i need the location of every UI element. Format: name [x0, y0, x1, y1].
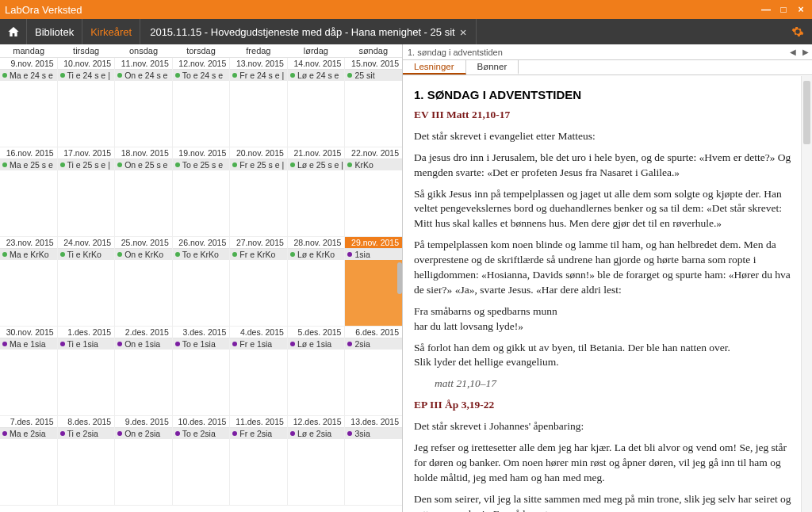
- calendar-event[interactable]: On e 25 s e: [115, 159, 172, 170]
- event-label: Lø e 25 s e |: [297, 160, 343, 170]
- day-cell[interactable]: 4.des. 2015Fr e 1sia: [230, 327, 288, 416]
- calendar-event[interactable]: Ma e 2sia: [0, 428, 57, 439]
- day-cell[interactable]: 3.des. 2015To e 1sia: [173, 327, 231, 416]
- day-cell[interactable]: 5.des. 2015Lø e 1sia: [288, 327, 346, 416]
- day-cell[interactable]: 27.nov. 2015Fr e KrKo: [230, 237, 288, 327]
- calendar-event[interactable]: 3sia: [345, 428, 402, 439]
- next-button[interactable]: ▶: [799, 48, 812, 56]
- day-cell[interactable]: 13.des. 20153sia: [345, 416, 402, 506]
- maximize-button[interactable]: □: [777, 4, 790, 15]
- day-cell[interactable]: 22.nov. 2015KrKo: [345, 147, 402, 237]
- day-cell[interactable]: 28.nov. 2015Lø e KrKo: [288, 237, 346, 327]
- calendar-event[interactable]: To e 2sia: [173, 428, 230, 439]
- calendar-event[interactable]: Lø e 25 s e |: [288, 159, 345, 170]
- day-cell[interactable]: 14.nov. 2015Lø e 24 s e: [288, 58, 346, 147]
- tab-lesninger[interactable]: Lesninger: [403, 60, 466, 75]
- event-label: On e 24 s e: [124, 71, 167, 80]
- day-cell[interactable]: 12.des. 2015Lø e 2sia: [288, 416, 346, 506]
- calendar-event[interactable]: Ti e 1sia: [58, 338, 115, 350]
- day-cell[interactable]: 1.des. 2015Ti e 1sia: [58, 327, 116, 416]
- line: Så forlot han dem og gikk ut av byen, ti…: [414, 342, 730, 353]
- event-dot-icon: [2, 342, 7, 346]
- tab-bibliotek[interactable]: Bibliotek: [27, 19, 82, 44]
- day-cell[interactable]: 21.nov. 2015Lø e 25 s e |: [288, 147, 346, 237]
- calendar-event[interactable]: On e 2sia: [115, 428, 172, 439]
- day-cell[interactable]: 6.des. 20152sia: [345, 327, 402, 416]
- calendar-event[interactable]: Fr e 2sia: [230, 428, 287, 439]
- calendar-event[interactable]: 25 sit: [345, 70, 402, 81]
- day-cell[interactable]: 8.des. 2015Ti e 2sia: [58, 416, 116, 506]
- calendar-event[interactable]: On e KrKo: [115, 249, 172, 260]
- calendar-event[interactable]: Lø e 24 s e: [288, 70, 345, 81]
- day-cell[interactable]: 19.nov. 2015To e 25 s e: [173, 147, 231, 237]
- day-cell[interactable]: 20.nov. 2015Fr e 25 s e |: [230, 147, 288, 237]
- calendar-event[interactable]: Ma e 24 s e: [0, 70, 57, 81]
- calendar-event[interactable]: Ma e 25 s e: [0, 159, 57, 170]
- calendar-event[interactable]: Ti e KrKo: [58, 249, 115, 260]
- reading-scrollbar[interactable]: [801, 76, 812, 512]
- calendar-event[interactable]: To e 24 s e: [173, 70, 230, 81]
- calendar-event[interactable]: Ma e KrKo: [0, 249, 57, 260]
- day-cell[interactable]: 10.des. 2015To e 2sia: [173, 416, 231, 506]
- tab-bonner[interactable]: Bønner: [466, 60, 519, 75]
- minimize-button[interactable]: —: [760, 4, 772, 15]
- calendar-event[interactable]: Lø e 1sia: [288, 338, 345, 350]
- calendar-event[interactable]: Ma e 1sia: [0, 338, 57, 350]
- day-cell[interactable]: 11.des. 2015Fr e 2sia: [230, 416, 288, 506]
- day-cell[interactable]: 2.des. 2015On e 1sia: [115, 327, 173, 416]
- calendar-event[interactable]: Lø e 2sia: [288, 428, 345, 439]
- day-cell[interactable]: 18.nov. 2015On e 25 s e: [115, 147, 173, 237]
- day-cell[interactable]: 17.nov. 2015Ti e 25 s e |: [58, 147, 116, 237]
- day-cell[interactable]: 9.des. 2015On e 2sia: [115, 416, 173, 506]
- calendar-body[interactable]: 9.nov. 2015Ma e 24 s e10.nov. 2015Ti e 2…: [0, 58, 402, 512]
- day-cell[interactable]: 7.des. 2015Ma e 2sia: [0, 416, 58, 506]
- day-cell[interactable]: 9.nov. 2015Ma e 24 s e: [0, 58, 58, 147]
- calendar-event[interactable]: On e 24 s e: [115, 70, 172, 81]
- calendar-event[interactable]: Lø e KrKo: [288, 249, 345, 260]
- day-cell[interactable]: 29.nov. 20151sia: [345, 237, 402, 327]
- day-date: 29.nov. 2015: [345, 237, 402, 249]
- day-cell[interactable]: 11.nov. 2015On e 24 s e: [115, 58, 173, 147]
- calendar-event[interactable]: To e 25 s e: [173, 159, 230, 170]
- document-tab-close-icon[interactable]: ×: [460, 25, 467, 39]
- day-cell[interactable]: 10.nov. 2015Ti e 24 s e |: [58, 58, 116, 147]
- close-button[interactable]: ×: [795, 4, 807, 15]
- calendar-event[interactable]: Fr e KrKo: [230, 249, 287, 260]
- calendar-event[interactable]: Ti e 25 s e |: [58, 159, 115, 170]
- day-cell[interactable]: 26.nov. 2015To e KrKo: [173, 237, 231, 327]
- day-cell[interactable]: 24.nov. 2015Ti e KrKo: [58, 237, 116, 327]
- day-cell[interactable]: 12.nov. 2015To e 24 s e: [173, 58, 231, 147]
- document-tab[interactable]: 2015.11.15 - Hovedgudstjeneste med dåp -…: [140, 19, 477, 44]
- line: Fra småbarns og spedbarns munn: [414, 305, 557, 317]
- calendar-event[interactable]: 1sia: [345, 249, 402, 260]
- event-label: Ma e 2sia: [10, 429, 46, 438]
- paragraph: Da jesus dro inn i Jerusalem, ble det ur…: [414, 151, 795, 181]
- calendar-event[interactable]: Ti e 24 s e |: [58, 70, 115, 81]
- calendar-scrollbar[interactable]: [397, 262, 402, 294]
- event-dot-icon: [2, 73, 7, 78]
- calendar-event[interactable]: To e KrKo: [173, 249, 230, 260]
- calendar-event[interactable]: 2sia: [345, 338, 402, 350]
- reading-tabs: Lesninger Bønner: [403, 60, 812, 75]
- calendar-event[interactable]: KrKo: [345, 159, 402, 170]
- calendar-event[interactable]: Fr e 1sia: [230, 338, 287, 350]
- home-button[interactable]: [0, 19, 27, 44]
- settings-button[interactable]: [783, 19, 812, 44]
- day-cell[interactable]: 15.nov. 201525 sit: [345, 58, 402, 147]
- calendar-event[interactable]: Ti e 2sia: [58, 428, 115, 439]
- tab-kirkeaaret[interactable]: Kirkeåret: [82, 19, 140, 44]
- day-cell[interactable]: 25.nov. 2015On e KrKo: [115, 237, 173, 327]
- day-cell[interactable]: 23.nov. 2015Ma e KrKo: [0, 237, 58, 327]
- calendar-event[interactable]: Fr e 25 s e |: [230, 159, 287, 170]
- calendar-event[interactable]: On e 1sia: [115, 338, 172, 350]
- day-events: On e 25 s e: [115, 159, 172, 236]
- calendar-event[interactable]: To e 1sia: [173, 338, 230, 350]
- day-cell[interactable]: 16.nov. 2015Ma e 25 s e: [0, 147, 58, 237]
- day-cell[interactable]: 30.nov. 2015Ma e 1sia: [0, 327, 58, 416]
- calendar-event[interactable]: Fr e 24 s e |: [230, 70, 287, 81]
- day-events: Lø e 2sia: [288, 428, 345, 505]
- prev-button[interactable]: ◀: [787, 48, 799, 56]
- reading-content[interactable]: 1. SØNDAG I ADVENTSTIDEN EV III Matt 21,…: [403, 75, 812, 512]
- scrollbar-thumb[interactable]: [803, 81, 810, 144]
- day-cell[interactable]: 13.nov. 2015Fr e 24 s e |: [230, 58, 288, 147]
